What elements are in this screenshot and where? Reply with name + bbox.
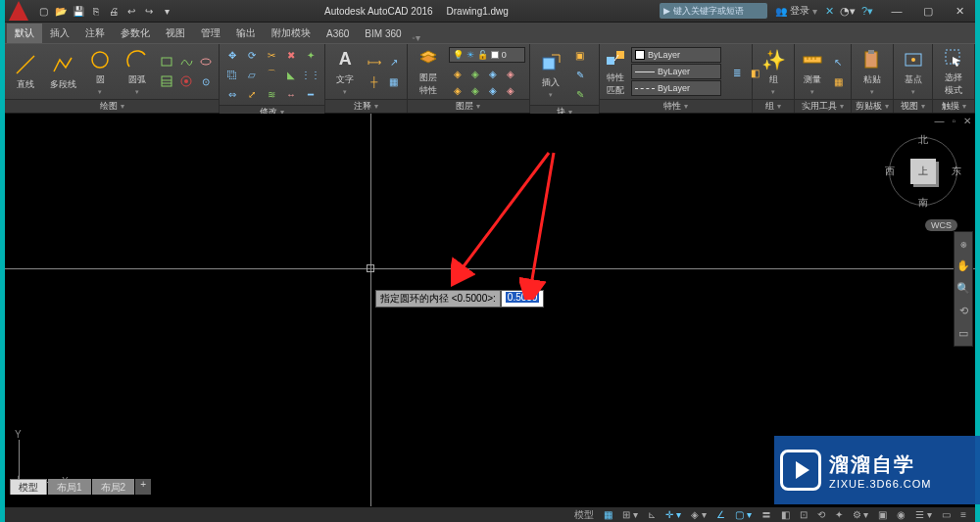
minimize-button[interactable]: — — [881, 0, 912, 22]
lineweight-dropdown[interactable]: ByLayer — [631, 64, 721, 79]
select-mode-button[interactable]: 选择 模式 — [937, 46, 970, 97]
maximize-button[interactable]: ▢ — [912, 0, 944, 22]
text-button[interactable]: A文字▾ — [329, 46, 362, 97]
spline-icon[interactable] — [177, 53, 195, 71]
select-icon[interactable]: ↖ — [829, 53, 847, 71]
chamfer-icon[interactable]: ◣ — [282, 66, 300, 83]
status-lwt-icon[interactable]: 〓 — [759, 508, 774, 522]
array-icon[interactable]: ⋮⋮ — [302, 66, 319, 83]
status-clean-icon[interactable]: ▭ — [939, 509, 954, 520]
panel-annotate[interactable]: 注释 — [325, 99, 407, 113]
arc-button[interactable]: 圆弧▾ — [121, 46, 154, 97]
layer-properties-button[interactable]: 图层 特性 — [412, 46, 445, 97]
layout2-tab[interactable]: 布局2 — [92, 479, 135, 495]
close-button[interactable]: ✕ — [944, 0, 975, 22]
app-logo[interactable] — [9, 1, 28, 21]
status-trans-icon[interactable]: ◧ — [778, 509, 793, 520]
ribbon-tab-view[interactable]: 视图 — [158, 24, 193, 43]
status-isodraft-icon[interactable]: ◈ ▾ — [688, 509, 710, 520]
layer-make-icon[interactable]: ◈ — [449, 65, 466, 82]
layer-lock-icon[interactable]: ◈ — [484, 81, 502, 99]
panel-touch[interactable]: 触摸 — [933, 99, 974, 113]
pan-icon[interactable]: ✋ — [956, 260, 970, 272]
ribbon-tab-addins[interactable]: 附加模块 — [264, 24, 318, 43]
help-icon[interactable]: ?▾ — [861, 5, 873, 18]
orbit-icon[interactable]: ⟲ — [959, 305, 968, 317]
qat-new-icon[interactable]: ▢ — [36, 4, 50, 18]
status-iso-icon[interactable]: ☰ ▾ — [912, 509, 935, 520]
status-otrack-icon[interactable]: ▢ ▾ — [732, 509, 755, 520]
status-custom-icon[interactable]: ≡ — [957, 509, 969, 520]
a360-icon[interactable]: ◔▾ — [840, 5, 856, 18]
scale-icon[interactable]: ⤢ — [243, 85, 261, 103]
panel-view[interactable]: 视图 — [894, 99, 932, 113]
viewcube[interactable]: 上 北 南 东 西 — [889, 137, 957, 206]
layer-freeze-icon[interactable]: ◈ — [449, 81, 466, 99]
stretch-icon[interactable]: ⇔ — [223, 85, 241, 103]
offset-icon[interactable]: ≋ — [263, 85, 280, 103]
status-grid-icon[interactable]: ▦ — [601, 509, 615, 520]
ribbon-tab-annotate[interactable]: 注释 — [77, 24, 113, 43]
layer-match-icon[interactable]: ◈ — [466, 65, 484, 82]
viewport-close-icon[interactable]: ✕ — [963, 116, 971, 126]
ribbon-tab-options-icon[interactable]: ◦▾ — [410, 32, 423, 43]
status-model[interactable]: 模型 — [571, 508, 597, 522]
status-ortho-icon[interactable]: ⊾ — [645, 509, 659, 520]
qat-saveas-icon[interactable]: ⎘ — [89, 4, 103, 18]
panel-properties[interactable]: 特性 — [600, 99, 752, 113]
ribbon-tab-parametric[interactable]: 参数化 — [113, 24, 158, 43]
wcs-label[interactable]: WCS — [925, 219, 957, 231]
panel-group[interactable]: 组 — [753, 99, 794, 113]
navigation-bar[interactable]: ⎈ ✋ 🔍 ⟲ ▭ — [954, 231, 973, 347]
status-workspace-icon[interactable]: ⚙ ▾ — [850, 509, 872, 520]
mirror-icon[interactable]: ▱ — [243, 66, 261, 83]
layout1-tab[interactable]: 布局1 — [48, 479, 91, 495]
table-icon[interactable]: ▦ — [385, 72, 403, 90]
leader-icon[interactable]: ↗ — [385, 53, 403, 71]
layer-off-icon[interactable]: ◈ — [466, 81, 484, 99]
status-hw-icon[interactable]: ◉ — [894, 509, 908, 520]
circle-button[interactable]: 圆▾ — [83, 46, 117, 97]
dimension-icon[interactable]: ⟼ — [366, 53, 383, 71]
qat-dropdown-icon[interactable]: ▾ — [160, 4, 173, 18]
status-cycle-icon[interactable]: ⟲ — [814, 509, 828, 520]
linetype-dropdown[interactable]: ByLayer — [631, 80, 721, 96]
basepoint-button[interactable]: 基点▾ — [898, 46, 928, 97]
add-layout-button[interactable]: + — [135, 479, 151, 495]
point-icon[interactable]: ⊙ — [197, 72, 215, 90]
calc-icon[interactable]: ▦ — [829, 72, 847, 90]
ribbon-tab-insert[interactable]: 插入 — [42, 24, 77, 43]
paste-button[interactable]: 粘贴▾ — [856, 46, 889, 97]
qat-plot-icon[interactable]: 🖨 — [107, 4, 121, 18]
create-block-icon[interactable]: ▣ — [571, 46, 589, 64]
rotate-icon[interactable]: ⟳ — [243, 46, 261, 64]
panel-clipboard[interactable]: 剪贴板 — [852, 99, 893, 113]
signin-button[interactable]: 登录 — [790, 4, 809, 18]
qat-undo-icon[interactable]: ↩ — [124, 4, 138, 18]
join-icon[interactable]: ━ — [302, 85, 319, 103]
trim-icon[interactable]: ✂ — [263, 46, 280, 64]
layer-state-icon[interactable]: ◈ — [502, 81, 519, 99]
fillet-icon[interactable]: ⌒ — [263, 66, 280, 83]
zoom-icon[interactable]: 🔍 — [956, 282, 970, 295]
status-snap-icon[interactable]: ⊞ ▾ — [619, 509, 641, 520]
viewport-min-icon[interactable]: — — [934, 116, 944, 126]
ribbon-tab-manage[interactable]: 管理 — [193, 24, 228, 43]
ribbon-tab-a360[interactable]: A360 — [318, 24, 357, 43]
explode-icon[interactable]: ✦ — [302, 46, 319, 64]
user-icon[interactable]: 👥 — [775, 6, 787, 17]
polyline-button[interactable]: 多段线 — [46, 46, 79, 97]
layer-dropdown[interactable]: 💡☀🔓 0 — [449, 47, 525, 63]
attrib-icon[interactable]: ✎ — [571, 85, 589, 103]
qat-redo-icon[interactable]: ↪ — [142, 4, 156, 18]
search-input[interactable]: ▶键入关键字或短语 — [660, 3, 767, 19]
layer-iso-icon[interactable]: ◈ — [502, 65, 519, 82]
model-tab[interactable]: 模型 — [10, 479, 47, 495]
copy-icon[interactable]: ⿻ — [223, 66, 241, 83]
matchprop-button[interactable]: 特性 匹配 — [604, 46, 627, 97]
line-button[interactable]: 直线 — [9, 46, 42, 97]
insert-block-button[interactable]: 插入▾ — [534, 49, 567, 100]
status-polar-icon[interactable]: ✛ ▾ — [662, 509, 684, 520]
centerline-icon[interactable]: ┼ — [366, 72, 383, 90]
panel-draw[interactable]: 绘图 — [5, 99, 219, 113]
